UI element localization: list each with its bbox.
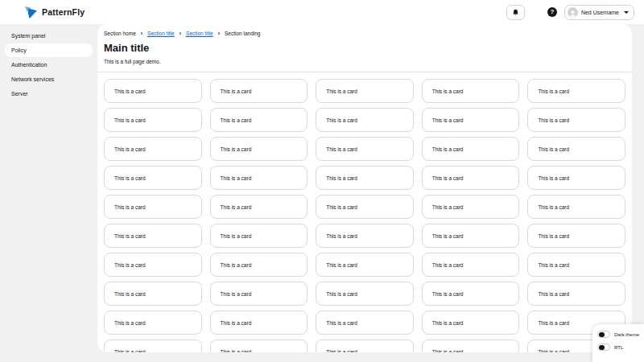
card: This is a card	[422, 137, 520, 161]
card: This is a card	[527, 195, 625, 219]
card-label: This is a card	[114, 117, 146, 123]
card-label: This is a card	[221, 233, 252, 239]
card: This is a card	[104, 282, 202, 306]
card: This is a card	[527, 166, 625, 190]
card-label: This is a card	[221, 349, 252, 353]
sidebar: System panelPolicyAuthenticationNetwork …	[0, 24, 97, 362]
card-label: This is a card	[326, 204, 357, 210]
card-label: This is a card	[221, 262, 252, 268]
breadcrumb-item: Section landing	[225, 31, 260, 36]
sidebar-item-server[interactable]: Server	[5, 87, 93, 101]
toggle-row: RTL	[597, 343, 639, 351]
card: This is a card	[210, 137, 308, 161]
sidebar-item-network-services[interactable]: Network services	[5, 72, 93, 86]
card: This is a card	[104, 253, 202, 277]
card: This is a card	[422, 79, 520, 103]
card: This is a card	[104, 311, 202, 335]
card-label: This is a card	[432, 204, 464, 210]
card-label: This is a card	[114, 88, 146, 94]
card: This is a card	[210, 224, 308, 248]
card: This is a card	[210, 108, 308, 132]
dark-theme-toggle[interactable]	[597, 331, 610, 338]
card: This is a card	[316, 224, 414, 248]
question-circle-icon: ?	[550, 7, 554, 17]
card: This is a card	[422, 224, 520, 248]
breadcrumb-separator-icon: ›	[141, 31, 142, 36]
card-label: This is a card	[326, 175, 357, 181]
card-label: This is a card	[114, 262, 146, 268]
card-label: This is a card	[432, 291, 464, 297]
card: This is a card	[210, 339, 308, 352]
card: This is a card	[527, 108, 625, 132]
card: This is a card	[104, 166, 202, 190]
avatar	[568, 7, 578, 18]
sidebar-item-authentication[interactable]: Authentication	[5, 58, 93, 72]
breadcrumb: Section home›Section title›Section title…	[104, 31, 625, 36]
card: This is a card	[316, 137, 414, 161]
card: This is a card	[210, 282, 308, 306]
card: This is a card	[527, 282, 625, 306]
toggle-knob	[599, 345, 605, 351]
card-label: This is a card	[432, 88, 464, 94]
app-header: PatternFly ? Ned Username	[0, 0, 644, 24]
sidebar-item-system-panel[interactable]: System panel	[5, 29, 93, 43]
card-label: This is a card	[538, 175, 569, 181]
user-name: Ned Username	[581, 10, 619, 15]
card: This is a card	[527, 137, 625, 161]
card: This is a card	[210, 79, 308, 103]
toggle-knob	[599, 332, 605, 338]
card-label: This is a card	[114, 175, 146, 181]
card-label: This is a card	[538, 146, 569, 152]
user-menu-button[interactable]: Ned Username	[564, 5, 634, 20]
preferences-panel: Dark themeRTL	[592, 324, 644, 362]
bell-icon	[512, 9, 519, 16]
card-label: This is a card	[326, 262, 357, 268]
card: This is a card	[210, 311, 308, 335]
patternfly-logo-icon	[24, 6, 38, 19]
sidebar-item-policy[interactable]: Policy	[5, 43, 93, 57]
toggle-label: RTL	[614, 345, 623, 350]
card: This is a card	[422, 311, 520, 335]
card: This is a card	[316, 79, 414, 103]
card-label: This is a card	[326, 88, 357, 94]
card: This is a card	[104, 195, 202, 219]
brand[interactable]: PatternFly	[24, 6, 85, 19]
card-label: This is a card	[432, 320, 464, 326]
card-label: This is a card	[221, 204, 252, 210]
card: This is a card	[316, 166, 414, 190]
chevron-down-icon	[624, 11, 629, 14]
card-label: This is a card	[114, 291, 146, 297]
card: This is a card	[527, 253, 625, 277]
breadcrumb-item: Section home	[104, 31, 136, 36]
breadcrumb-separator-icon: ›	[180, 31, 181, 36]
card: This is a card	[527, 79, 625, 103]
card: This is a card	[104, 137, 202, 161]
card: This is a card	[210, 253, 308, 277]
card-label: This is a card	[538, 88, 569, 94]
card-label: This is a card	[221, 88, 252, 94]
rtl-toggle[interactable]	[597, 343, 610, 351]
notifications-button[interactable]	[506, 5, 525, 20]
toggle-row: Dark theme	[597, 331, 639, 338]
card-label: This is a card	[432, 146, 464, 152]
card: This is a card	[422, 339, 520, 352]
page-header: Section home›Section title›Section title…	[97, 24, 632, 72]
card-label: This is a card	[326, 233, 357, 239]
card-label: This is a card	[432, 349, 464, 353]
breadcrumb-separator-icon: ›	[218, 31, 220, 36]
card-label: This is a card	[538, 233, 569, 239]
card-label: This is a card	[326, 117, 357, 123]
help-button[interactable]: ?	[547, 7, 557, 17]
card-label: This is a card	[432, 175, 464, 181]
card-label: This is a card	[114, 146, 146, 152]
page-subtitle: This is a full page demo.	[104, 59, 625, 64]
card-label: This is a card	[432, 117, 464, 123]
breadcrumb-item[interactable]: Section title	[186, 31, 213, 36]
card: This is a card	[422, 195, 520, 219]
card: This is a card	[527, 224, 625, 248]
card: This is a card	[316, 311, 414, 335]
card-label: This is a card	[538, 320, 569, 326]
breadcrumb-item[interactable]: Section title	[147, 31, 175, 36]
card-label: This is a card	[221, 291, 252, 297]
card: This is a card	[104, 108, 202, 132]
